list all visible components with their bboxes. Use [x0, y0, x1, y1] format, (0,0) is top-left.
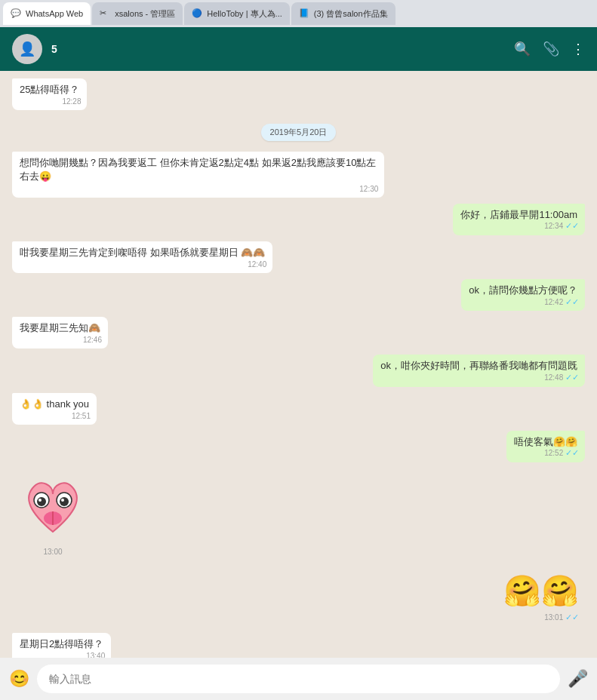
svg-point-1	[37, 497, 46, 506]
message-text: 25點得唔得？	[20, 84, 79, 95]
message-row: 25點得唔得？ 12:28	[12, 78, 585, 110]
message-row: 咁我要星期三先肯定到㗎唔得 如果唔係就要星期日 🙈🙈 12:40	[12, 241, 585, 273]
browser-tabs: 💬 WhatsApp Web ✂ xsalons - 管理區 🔵 HelloTo…	[0, 0, 597, 27]
tick-icon: ✓✓	[565, 221, 579, 230]
tab-hellotoby[interactable]: 🔵 HelloToby | 專人為...	[184, 2, 289, 25]
message-time: 12:30	[359, 184, 378, 195]
tick-icon: ✓✓	[565, 448, 579, 457]
message-time: 12:40	[248, 259, 266, 270]
message-text: 咁我要星期三先肯定到㗎唔得 如果唔係就要星期日 🙈🙈	[20, 247, 265, 258]
message-row: 👌👌 thank you 12:51	[12, 393, 585, 425]
tab-favicon-whatsapp: 💬	[11, 8, 21, 19]
message-text: 想問你哋開幾點？因為我要返工 但你未肯定返2點定4點 如果返2點我應該要10點左…	[20, 157, 376, 182]
tab-label-hellotoby: HelloToby | 專人為...	[207, 8, 282, 20]
tab-favicon-xsalons: ✂	[100, 8, 110, 19]
message-row: 你好，店鋪最早開11:00am 12:34 ✓✓	[12, 204, 585, 235]
message-time: 13:40	[86, 651, 105, 658]
message-bubble: 👌👌 thank you 12:51	[12, 393, 97, 425]
message-time: 12:51	[72, 411, 91, 422]
message-time: 12:28	[62, 97, 81, 107]
tick-icon: ✓✓	[565, 297, 579, 306]
mic-button[interactable]: 🎤	[568, 669, 588, 689]
message-time: 12:48 ✓✓	[544, 372, 579, 383]
sticker-bubble: 13:00	[12, 468, 94, 560]
tab-salon-fb[interactable]: 📘 (3) 曾曾salon作品集	[291, 2, 395, 25]
message-text: 👌👌 thank you	[20, 398, 89, 410]
message-time: 13:01 ✓✓	[544, 612, 579, 623]
message-time: 12:42 ✓✓	[544, 296, 579, 308]
message-bubble: 想問你哋開幾點？因為我要返工 但你未肯定返2點定4點 如果返2點我應該要10點左…	[12, 152, 384, 197]
search-icon[interactable]: 🔍	[514, 41, 531, 57]
tick-icon: ✓✓	[565, 373, 579, 382]
message-text: 唔使客氣🤗🤗	[514, 436, 577, 447]
message-time: 12:46	[83, 335, 102, 345]
chat-area: 25點得唔得？ 12:28 2019年5月20日 想問你哋開幾點？因為我要返工 …	[0, 71, 597, 658]
date-label: 2019年5月20日	[261, 124, 337, 141]
message-bubble: 🤗🤗 13:01 ✓✓	[497, 566, 585, 627]
message-bubble: 星期日2點得唔得？ 13:40	[12, 633, 111, 658]
tab-label-xsalons: xsalons - 管理區	[115, 8, 175, 20]
message-text: 你好，店鋪最早開11:00am	[460, 209, 577, 220]
header-icons: 🔍 📎 ⋮	[514, 41, 585, 57]
message-bubble: 25點得唔得？ 12:28	[12, 78, 87, 110]
message-row: 唔使客氣🤗🤗 12:52 ✓✓	[12, 431, 585, 462]
message-row: ok，咁你夾好時間，再聯絡番我哋都有問題既 12:48 ✓✓	[12, 355, 585, 386]
date-divider: 2019年5月20日	[12, 124, 585, 141]
message-text: 我要星期三先知🙈	[20, 322, 100, 333]
chat-header: 👤 5 🔍 📎 ⋮	[0, 27, 597, 71]
message-time: 12:34 ✓✓	[544, 220, 579, 232]
tab-label-salon-fb: (3) 曾曾salon作品集	[314, 8, 388, 20]
message-bubble: 唔使客氣🤗🤗 12:52 ✓✓	[506, 431, 585, 462]
avatar-icon: 👤	[19, 41, 35, 57]
chat-footer: 😊 🎤	[0, 658, 597, 700]
message-row: 🤗🤗 13:01 ✓✓	[12, 566, 585, 627]
message-bubble: ok，請問你幾點方便呢？ 12:42 ✓✓	[461, 279, 585, 311]
header-info: 5	[51, 43, 514, 55]
svg-point-2	[38, 499, 42, 502]
message-bubble: 我要星期三先知🙈 12:46	[12, 317, 108, 348]
message-text: ok，請問你幾點方便呢？	[469, 284, 577, 296]
tab-whatsapp[interactable]: 💬 WhatsApp Web	[3, 2, 91, 25]
message-time: 13:00	[15, 547, 91, 557]
svg-point-4	[60, 497, 69, 506]
contact-name: 5	[51, 43, 514, 55]
more-icon[interactable]: ⋮	[571, 41, 585, 57]
tick-icon: ✓✓	[565, 612, 579, 622]
message-row: ok，請問你幾點方便呢？ 12:42 ✓✓	[12, 279, 585, 311]
message-text: ok，咁你夾好時間，再聯絡番我哋都有問題既	[380, 360, 577, 371]
message-bubble: ok，咁你夾好時間，再聯絡番我哋都有問題既 12:48 ✓✓	[373, 355, 585, 386]
message-bubble: 咁我要星期三先肯定到㗎唔得 如果唔係就要星期日 🙈🙈 12:40	[12, 241, 272, 273]
sticker-svg	[15, 471, 91, 547]
avatar: 👤	[12, 34, 42, 64]
message-row: 星期日2點得唔得？ 13:40	[12, 633, 585, 658]
attach-icon[interactable]: 📎	[543, 41, 559, 57]
message-text: 星期日2點得唔得？	[20, 638, 103, 649]
whatsapp-container: 👤 5 🔍 📎 ⋮ 25點得唔得？ 12:28 2019年5月20日 想問你哋開…	[0, 27, 597, 700]
message-input[interactable]	[37, 665, 560, 693]
message-bubble: 你好，店鋪最早開11:00am 12:34 ✓✓	[453, 204, 585, 235]
tab-label-whatsapp: WhatsApp Web	[26, 9, 83, 18]
tab-xsalons[interactable]: ✂ xsalons - 管理區	[92, 2, 183, 25]
message-row: 我要星期三先知🙈 12:46	[12, 317, 585, 348]
message-row: 想問你哋開幾點？因為我要返工 但你未肯定返2點定4點 如果返2點我應該要10點左…	[12, 152, 585, 197]
message-text: 🤗🤗	[503, 574, 579, 607]
svg-point-5	[61, 499, 64, 502]
message-time: 12:52 ✓✓	[544, 447, 579, 459]
tab-favicon-hellotoby: 🔵	[192, 8, 202, 19]
tab-favicon-salon-fb: 📘	[299, 8, 309, 19]
message-row: 13:00	[12, 468, 585, 560]
emoji-button[interactable]: 😊	[9, 669, 29, 689]
sticker-image	[15, 471, 91, 547]
